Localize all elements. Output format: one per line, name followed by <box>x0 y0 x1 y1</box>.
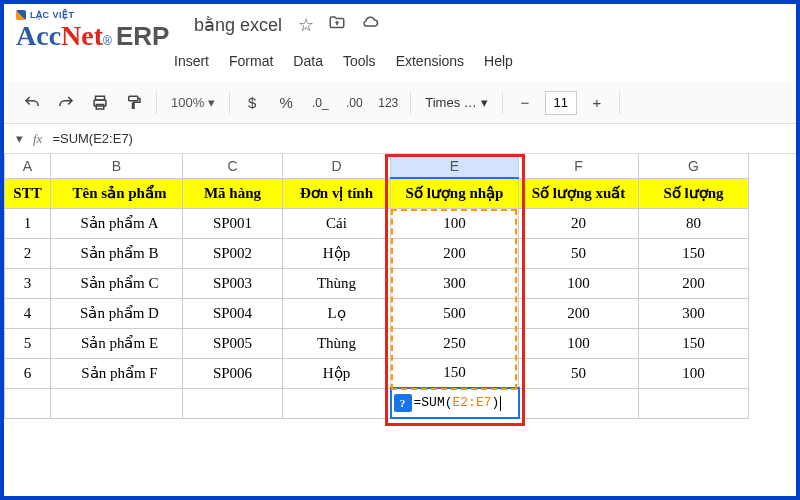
print-button[interactable] <box>86 89 114 117</box>
doc-title[interactable]: bằng excel <box>194 14 282 36</box>
menu-insert[interactable]: Insert <box>174 53 209 69</box>
cell[interactable]: 250 <box>391 328 519 358</box>
cell[interactable] <box>5 388 51 418</box>
formula-hint-icon[interactable]: ? <box>394 394 412 412</box>
cell[interactable]: Sản phẩm E <box>51 328 183 358</box>
menu-help[interactable]: Help <box>484 53 513 69</box>
cloud-saved-icon[interactable] <box>360 14 380 36</box>
cell[interactable] <box>519 388 639 418</box>
cell[interactable]: Sản phẩm B <box>51 238 183 268</box>
col-header-B[interactable]: B <box>51 154 183 178</box>
cell[interactable]: 100 <box>519 328 639 358</box>
menu-tools[interactable]: Tools <box>343 53 376 69</box>
cell[interactable]: 200 <box>519 298 639 328</box>
paint-format-button[interactable] <box>120 89 148 117</box>
cell[interactable]: 200 <box>639 268 749 298</box>
increase-decimal-button[interactable]: .00 <box>340 89 368 117</box>
hdr-in[interactable]: Số lượng nhập <box>391 178 519 208</box>
font-size-input[interactable]: 11 <box>545 91 577 115</box>
hdr-unit[interactable]: Đơn vị tính <box>283 178 391 208</box>
cell[interactable]: Sản phẩm C <box>51 268 183 298</box>
cell[interactable]: 150 <box>639 238 749 268</box>
cell[interactable]: Hộp <box>283 358 391 388</box>
col-header-C[interactable]: C <box>183 154 283 178</box>
cell[interactable] <box>283 388 391 418</box>
cell[interactable]: Sản phẩm A <box>51 208 183 238</box>
table-row: 1 Sản phẩm A SP001 Cái 100 20 80 <box>5 208 749 238</box>
redo-button[interactable] <box>52 89 80 117</box>
col-header-A[interactable]: A <box>5 154 51 178</box>
brand-logo: LẠC VIỆT Acc Net ® ERP <box>16 10 169 52</box>
cell[interactable]: 200 <box>391 238 519 268</box>
cell[interactable]: SP004 <box>183 298 283 328</box>
menu-format[interactable]: Format <box>229 53 273 69</box>
more-formats-button[interactable]: 123 <box>374 89 402 117</box>
cell[interactable]: Hộp <box>283 238 391 268</box>
font-size-increase[interactable]: + <box>583 89 611 117</box>
col-header-G[interactable]: G <box>639 154 749 178</box>
cell[interactable]: SP006 <box>183 358 283 388</box>
cell[interactable] <box>639 388 749 418</box>
table-row: 2 Sản phẩm B SP002 Hộp 200 50 150 <box>5 238 749 268</box>
decrease-decimal-button[interactable]: .0_ <box>306 89 334 117</box>
cell[interactable]: Thùng <box>283 268 391 298</box>
undo-button[interactable] <box>18 89 46 117</box>
cell[interactable]: 150 <box>391 358 519 388</box>
move-folder-icon[interactable] <box>328 14 346 36</box>
name-box[interactable]: ▾ <box>16 131 23 146</box>
logo-erp: ERP <box>116 21 169 52</box>
cell[interactable]: Cái <box>283 208 391 238</box>
cell[interactable]: SP002 <box>183 238 283 268</box>
cell[interactable]: 300 <box>639 298 749 328</box>
hdr-name[interactable]: Tên sản phẩm <box>51 178 183 208</box>
cell[interactable]: 6 <box>5 358 51 388</box>
font-dropdown[interactable]: Times … ▾ <box>419 95 494 110</box>
zoom-dropdown[interactable]: 100% ▾ <box>165 95 221 110</box>
cell[interactable]: Sản phẩm F <box>51 358 183 388</box>
cell[interactable]: 50 <box>519 238 639 268</box>
logo-reg: ® <box>103 34 112 48</box>
cell[interactable]: 20 <box>519 208 639 238</box>
cell[interactable]: SP005 <box>183 328 283 358</box>
percent-button[interactable]: % <box>272 89 300 117</box>
cell[interactable]: Thùng <box>283 328 391 358</box>
cell[interactable] <box>51 388 183 418</box>
cell[interactable]: 150 <box>639 328 749 358</box>
cell[interactable]: Lọ <box>283 298 391 328</box>
hdr-bal[interactable]: Số lượng <box>639 178 749 208</box>
menu-data[interactable]: Data <box>293 53 323 69</box>
cell[interactable]: 2 <box>5 238 51 268</box>
cell[interactable]: 3 <box>5 268 51 298</box>
cell-formula-text: =SUM(E2:E7) <box>412 395 502 410</box>
currency-button[interactable]: $ <box>238 89 266 117</box>
formula-text[interactable]: =SUM(E2:E7) <box>52 131 133 146</box>
sheet-area: A B C D E F G STT Tên sản phẩm Mã hàng Đ… <box>4 154 796 419</box>
cell[interactable]: SP003 <box>183 268 283 298</box>
col-header-D[interactable]: D <box>283 154 391 178</box>
cell[interactable]: 1 <box>5 208 51 238</box>
cell[interactable] <box>183 388 283 418</box>
cell[interactable]: SP001 <box>183 208 283 238</box>
cell[interactable]: 100 <box>639 358 749 388</box>
font-size-decrease[interactable]: − <box>511 89 539 117</box>
hdr-stt[interactable]: STT <box>5 178 51 208</box>
spreadsheet[interactable]: A B C D E F G STT Tên sản phẩm Mã hàng Đ… <box>4 154 749 419</box>
hdr-code[interactable]: Mã hàng <box>183 178 283 208</box>
col-header-E[interactable]: E <box>391 154 519 178</box>
cell[interactable]: 5 <box>5 328 51 358</box>
col-header-F[interactable]: F <box>519 154 639 178</box>
cell[interactable]: 300 <box>391 268 519 298</box>
cell[interactable]: 80 <box>639 208 749 238</box>
cell[interactable]: 500 <box>391 298 519 328</box>
active-cell[interactable]: ? =SUM(E2:E7) <box>391 388 519 418</box>
star-icon[interactable]: ☆ <box>298 14 314 36</box>
menu-extensions[interactable]: Extensions <box>396 53 464 69</box>
chevron-down-icon: ▾ <box>16 131 23 146</box>
cell[interactable]: Sản phẩm D <box>51 298 183 328</box>
cell[interactable]: 100 <box>519 268 639 298</box>
cell[interactable]: 4 <box>5 298 51 328</box>
column-header-row: A B C D E F G <box>5 154 749 178</box>
cell[interactable]: 100 <box>391 208 519 238</box>
hdr-out[interactable]: Số lượng xuất <box>519 178 639 208</box>
cell[interactable]: 50 <box>519 358 639 388</box>
